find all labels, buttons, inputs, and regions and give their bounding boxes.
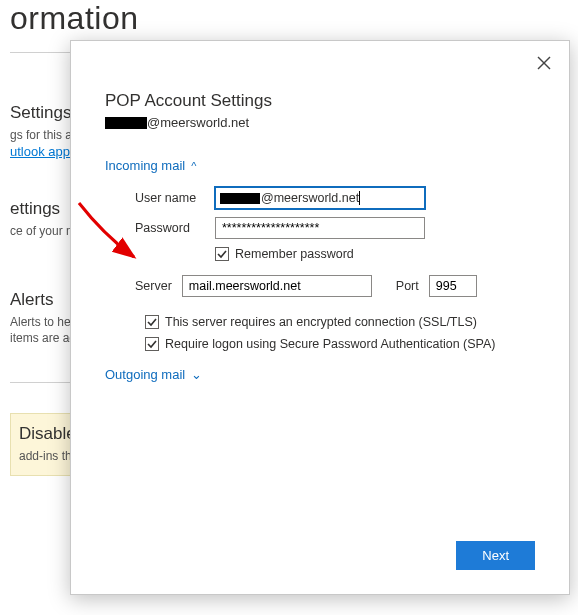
page-heading: ormation: [10, 0, 568, 37]
email-domain: @meersworld.net: [147, 115, 249, 130]
outgoing-label: Outgoing mail: [105, 367, 185, 382]
username-row: User name @meersworld.net: [105, 187, 535, 209]
spa-row: Require logon using Secure Password Auth…: [105, 337, 535, 351]
redacted-user: [105, 117, 147, 129]
password-label: Password: [135, 221, 215, 235]
ssl-row: This server requires an encrypted connec…: [105, 315, 535, 329]
spa-label: Require logon using Secure Password Auth…: [165, 337, 496, 351]
port-label: Port: [396, 279, 419, 293]
ssl-checkbox[interactable]: [145, 315, 159, 329]
ssl-label: This server requires an encrypted connec…: [165, 315, 477, 329]
next-button[interactable]: Next: [456, 541, 535, 570]
spa-checkbox[interactable]: [145, 337, 159, 351]
password-row: Password: [105, 217, 535, 239]
check-icon: [147, 339, 157, 349]
incoming-label: Incoming mail: [105, 158, 185, 173]
pop-account-settings-dialog: POP Account Settings @meersworld.net Inc…: [70, 40, 570, 595]
password-input[interactable]: [215, 217, 425, 239]
server-input[interactable]: [182, 275, 372, 297]
port-input[interactable]: [429, 275, 477, 297]
username-value: @meersworld.net: [261, 191, 359, 205]
chevron-down-icon: ⌄: [191, 367, 202, 382]
check-icon: [147, 317, 157, 327]
close-icon: [537, 56, 551, 73]
close-button[interactable]: [535, 55, 553, 73]
account-email: @meersworld.net: [105, 115, 535, 130]
remember-password-label: Remember password: [235, 247, 354, 261]
dialog-footer: Next: [456, 541, 535, 570]
remember-password-checkbox[interactable]: [215, 247, 229, 261]
incoming-mail-toggle[interactable]: Incoming mail ^: [105, 158, 196, 173]
server-row: Server Port: [105, 275, 535, 297]
check-icon: [217, 249, 227, 259]
text-cursor: [359, 191, 360, 205]
dialog-title: POP Account Settings: [105, 91, 535, 111]
redacted-user: [220, 193, 260, 204]
outlook-app-link[interactable]: utlook app f: [10, 144, 77, 159]
username-input[interactable]: @meersworld.net: [215, 187, 425, 209]
username-label: User name: [135, 191, 215, 205]
chevron-up-icon: ^: [191, 160, 196, 172]
outgoing-mail-toggle[interactable]: Outgoing mail ⌄: [105, 367, 202, 382]
remember-password-row: Remember password: [105, 247, 535, 261]
server-label: Server: [135, 279, 172, 293]
